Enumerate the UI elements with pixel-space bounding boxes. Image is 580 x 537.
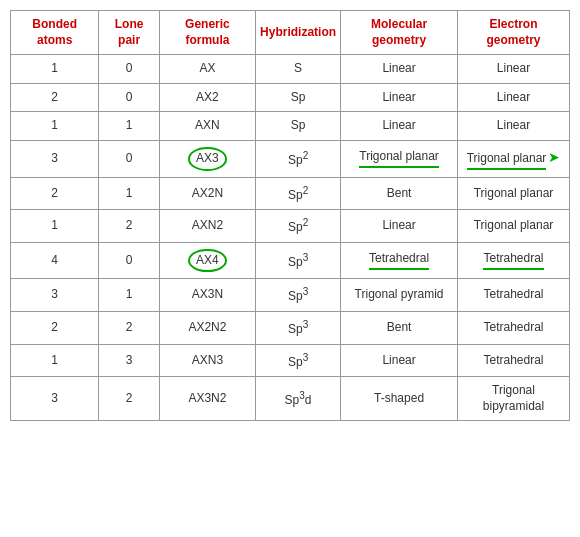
- cell-electron-geometry: Tetrahedral: [458, 344, 570, 377]
- cell-electron-geometry: Linear: [458, 83, 570, 112]
- cell-lone-pair: 2: [99, 311, 159, 344]
- cell-hybridization: Sp: [256, 83, 341, 112]
- cell-bonded-atoms: 1: [11, 344, 99, 377]
- table-row: 32AX3N2Sp3dT-shapedTrigonal bipyramidal: [11, 377, 570, 421]
- cell-hybridization: S: [256, 55, 341, 84]
- cell-bonded-atoms: 1: [11, 55, 99, 84]
- cell-generic-formula: AXN3: [159, 344, 255, 377]
- cell-molecular-geometry: Bent: [341, 177, 458, 210]
- cell-bonded-atoms: 3: [11, 377, 99, 421]
- cell-generic-formula: AX3: [159, 140, 255, 177]
- cell-hybridization: Sp3: [256, 242, 341, 279]
- cell-generic-formula: AXN: [159, 112, 255, 141]
- cell-lone-pair: 0: [99, 83, 159, 112]
- cell-hybridization: Sp2: [256, 210, 341, 243]
- cell-molecular-geometry: Trigonal planar: [341, 140, 458, 177]
- cell-generic-formula: AX2N2: [159, 311, 255, 344]
- cell-lone-pair: 3: [99, 344, 159, 377]
- cell-molecular-geometry: Linear: [341, 55, 458, 84]
- table-row: 21AX2NSp2BentTrigonal planar: [11, 177, 570, 210]
- cell-molecular-geometry: Bent: [341, 311, 458, 344]
- table-row: 30AX3Sp2Trigonal planarTrigonal planar➤: [11, 140, 570, 177]
- table-row: 13AXN3Sp3LinearTetrahedral: [11, 344, 570, 377]
- cell-electron-geometry: Linear: [458, 112, 570, 141]
- cell-molecular-geometry: Linear: [341, 344, 458, 377]
- table-row: 40AX4Sp3TetrahedralTetrahedral: [11, 242, 570, 279]
- cell-electron-geometry: Trigonal planar: [458, 177, 570, 210]
- cell-hybridization: Sp2: [256, 140, 341, 177]
- cell-hybridization: Sp: [256, 112, 341, 141]
- cell-lone-pair: 0: [99, 242, 159, 279]
- cell-lone-pair: 0: [99, 55, 159, 84]
- cell-molecular-geometry: Tetrahedral: [341, 242, 458, 279]
- table-row: 10AXSLinearLinear: [11, 55, 570, 84]
- table-row: 22AX2N2Sp3BentTetrahedral: [11, 311, 570, 344]
- cell-bonded-atoms: 3: [11, 279, 99, 312]
- cell-bonded-atoms: 3: [11, 140, 99, 177]
- header-electron-geometry: Electron geometry: [458, 11, 570, 55]
- header-lone-pair: Lone pair: [99, 11, 159, 55]
- cell-generic-formula: AX3N2: [159, 377, 255, 421]
- cell-molecular-geometry: T-shaped: [341, 377, 458, 421]
- table-row: 31AX3NSp3Trigonal pyramidTetrahedral: [11, 279, 570, 312]
- cell-electron-geometry: Trigonal planar➤: [458, 140, 570, 177]
- cell-molecular-geometry: Linear: [341, 210, 458, 243]
- vsepr-table: Bonded atoms Lone pair Generic formula H…: [10, 10, 570, 421]
- table-row: 12AXN2Sp2LinearTrigonal planar: [11, 210, 570, 243]
- cell-bonded-atoms: 1: [11, 210, 99, 243]
- cell-hybridization: Sp3: [256, 311, 341, 344]
- cell-lone-pair: 1: [99, 177, 159, 210]
- cell-generic-formula: AX3N: [159, 279, 255, 312]
- cell-electron-geometry: Tetrahedral: [458, 242, 570, 279]
- cell-electron-geometry: Linear: [458, 55, 570, 84]
- cell-generic-formula: AX2N: [159, 177, 255, 210]
- header-molecular-geometry: Molecular geometry: [341, 11, 458, 55]
- cell-bonded-atoms: 2: [11, 311, 99, 344]
- cell-hybridization: Sp3: [256, 279, 341, 312]
- cell-electron-geometry: Trigonal bipyramidal: [458, 377, 570, 421]
- cell-molecular-geometry: Linear: [341, 112, 458, 141]
- cell-lone-pair: 2: [99, 210, 159, 243]
- cell-bonded-atoms: 2: [11, 177, 99, 210]
- cell-lone-pair: 1: [99, 279, 159, 312]
- cell-electron-geometry: Tetrahedral: [458, 311, 570, 344]
- header-generic-formula: Generic formula: [159, 11, 255, 55]
- cell-lone-pair: 1: [99, 112, 159, 141]
- header-bonded-atoms: Bonded atoms: [11, 11, 99, 55]
- cell-lone-pair: 2: [99, 377, 159, 421]
- table-row: 20AX2SpLinearLinear: [11, 83, 570, 112]
- cell-bonded-atoms: 4: [11, 242, 99, 279]
- cell-generic-formula: AX4: [159, 242, 255, 279]
- cell-electron-geometry: Tetrahedral: [458, 279, 570, 312]
- cell-generic-formula: AX2: [159, 83, 255, 112]
- cell-bonded-atoms: 1: [11, 112, 99, 141]
- header-hybridization: Hybridization: [256, 11, 341, 55]
- table-row: 11AXNSpLinearLinear: [11, 112, 570, 141]
- cell-molecular-geometry: Linear: [341, 83, 458, 112]
- cell-hybridization: Sp3d: [256, 377, 341, 421]
- cell-electron-geometry: Trigonal planar: [458, 210, 570, 243]
- cell-bonded-atoms: 2: [11, 83, 99, 112]
- cell-molecular-geometry: Trigonal pyramid: [341, 279, 458, 312]
- cell-hybridization: Sp3: [256, 344, 341, 377]
- cell-hybridization: Sp2: [256, 177, 341, 210]
- cell-generic-formula: AXN2: [159, 210, 255, 243]
- cell-lone-pair: 0: [99, 140, 159, 177]
- cell-generic-formula: AX: [159, 55, 255, 84]
